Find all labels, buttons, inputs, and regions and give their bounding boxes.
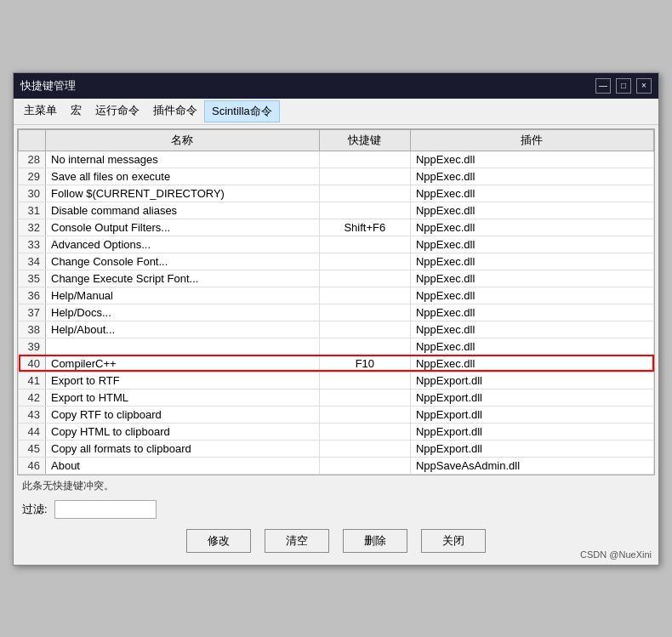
table-row[interactable]: 36Help/ManualNppExec.dll	[19, 287, 654, 304]
row-num: 34	[19, 253, 46, 270]
row-num: 44	[19, 423, 46, 440]
col-header-shortcut: 快捷键	[319, 129, 410, 151]
table-row[interactable]: 43Copy RTF to clipboardNppExport.dll	[19, 406, 654, 423]
row-shortcut: Shift+F6	[319, 219, 410, 236]
row-plugin: NppExec.dll	[410, 304, 653, 321]
row-plugin: NppExec.dll	[410, 151, 653, 168]
row-name: Console Output Filters...	[46, 219, 320, 236]
row-shortcut	[319, 151, 410, 168]
row-name: Copy all formats to clipboard	[46, 440, 320, 457]
close-window-button[interactable]: ×	[636, 78, 652, 94]
row-num: 43	[19, 406, 46, 423]
menu-bar: 主菜单宏运行命令插件命令Scintilla命令	[14, 99, 658, 125]
status-text: 此条无快捷键冲突。	[22, 480, 114, 492]
menu-item-macro-menu[interactable]: 宏	[64, 100, 88, 122]
table-row[interactable]: 45Copy all formats to clipboardNppExport…	[19, 440, 654, 457]
row-name: Copy HTML to clipboard	[46, 423, 320, 440]
col-header-plugin: 插件	[410, 129, 653, 151]
table-row[interactable]: 29Save all files on executeNppExec.dll	[19, 168, 654, 185]
row-shortcut	[319, 440, 410, 457]
row-plugin: NppExec.dll	[410, 185, 653, 202]
table-row[interactable]: 46AboutNppSaveAsAdmin.dll	[19, 457, 654, 474]
row-shortcut	[319, 287, 410, 304]
row-num: 39	[19, 338, 46, 355]
row-plugin: NppExec.dll	[410, 287, 653, 304]
row-name: Follow $(CURRENT_DIRECTORY)	[46, 185, 320, 202]
maximize-button[interactable]: □	[616, 78, 631, 94]
row-shortcut	[319, 321, 410, 338]
row-plugin: NppExec.dll	[410, 168, 653, 185]
table-row[interactable]: 39NppExec.dll	[19, 338, 654, 355]
row-num: 28	[19, 151, 46, 168]
clear-button[interactable]: 清空	[265, 529, 329, 553]
row-name: Help/About...	[46, 321, 320, 338]
row-shortcut	[319, 253, 410, 270]
row-plugin: NppExec.dll	[410, 219, 653, 236]
table-row[interactable]: 28No internal messagesNppExec.dll	[19, 151, 654, 168]
row-plugin: NppExport.dll	[410, 423, 653, 440]
row-plugin: NppExport.dll	[410, 406, 653, 423]
main-window: 快捷键管理 — □ × 主菜单宏运行命令插件命令Scintilla命令 名称 快…	[13, 72, 659, 566]
row-plugin: NppExec.dll	[410, 338, 653, 355]
shortcut-table-container[interactable]: 名称 快捷键 插件 28No internal messagesNppExec.…	[17, 128, 655, 475]
row-name: Help/Manual	[46, 287, 320, 304]
row-shortcut	[319, 185, 410, 202]
row-plugin: NppExec.dll	[410, 202, 653, 219]
table-row[interactable]: 37Help/Docs...NppExec.dll	[19, 304, 654, 321]
table-row[interactable]: 35Change Execute Script Font...NppExec.d…	[19, 270, 654, 287]
menu-item-main-menu[interactable]: 主菜单	[17, 100, 64, 122]
menu-item-run-menu[interactable]: 运行命令	[88, 100, 146, 122]
row-shortcut	[319, 236, 410, 253]
row-shortcut	[319, 168, 410, 185]
row-shortcut	[319, 457, 410, 474]
row-name: About	[46, 457, 320, 474]
filter-row: 过滤:	[17, 497, 655, 522]
row-plugin: NppExec.dll	[410, 321, 653, 338]
row-name: No internal messages	[46, 151, 320, 168]
row-shortcut	[319, 406, 410, 423]
close-button[interactable]: 关闭	[421, 529, 486, 553]
table-row[interactable]: 41Export to RTFNppExport.dll	[19, 372, 654, 389]
window-title: 快捷键管理	[20, 78, 76, 94]
row-name: Export to HTML	[46, 389, 320, 406]
row-name	[46, 338, 320, 355]
row-shortcut	[319, 338, 410, 355]
button-row: 修改清空删除关闭	[17, 522, 655, 561]
row-shortcut	[319, 270, 410, 287]
row-name: CompilerC++	[46, 355, 320, 372]
table-row[interactable]: 34Change Console Font...NppExec.dll	[19, 253, 654, 270]
minimize-button[interactable]: —	[595, 78, 611, 94]
title-bar: 快捷键管理 — □ ×	[14, 73, 658, 99]
row-shortcut	[319, 304, 410, 321]
filter-input[interactable]	[54, 500, 157, 519]
menu-item-scintilla-menu[interactable]: Scintilla命令	[204, 100, 280, 122]
row-plugin: NppExport.dll	[410, 440, 653, 457]
table-row[interactable]: 38Help/About...NppExec.dll	[19, 321, 654, 338]
table-row[interactable]: 42Export to HTMLNppExport.dll	[19, 389, 654, 406]
table-row[interactable]: 32Console Output Filters...Shift+F6NppEx…	[19, 219, 654, 236]
row-shortcut	[319, 202, 410, 219]
content-area: 名称 快捷键 插件 28No internal messagesNppExec.…	[14, 125, 658, 565]
row-num: 46	[19, 457, 46, 474]
table-row[interactable]: 30Follow $(CURRENT_DIRECTORY)NppExec.dll	[19, 185, 654, 202]
row-plugin: NppSaveAsAdmin.dll	[410, 457, 653, 474]
row-num: 42	[19, 389, 46, 406]
table-row[interactable]: 40CompilerC++F10NppExec.dll	[19, 355, 654, 372]
table-row[interactable]: 31Disable command aliasesNppExec.dll	[19, 202, 654, 219]
row-num: 35	[19, 270, 46, 287]
menu-item-plugin-menu[interactable]: 插件命令	[146, 100, 204, 122]
modify-button[interactable]: 修改	[186, 529, 251, 553]
delete-button[interactable]: 删除	[343, 529, 407, 553]
row-name: Change Execute Script Font...	[46, 270, 320, 287]
col-header-name: 名称	[46, 129, 320, 151]
table-row[interactable]: 33Advanced Options...NppExec.dll	[19, 236, 654, 253]
row-name: Help/Docs...	[46, 304, 320, 321]
row-name: Copy RTF to clipboard	[46, 406, 320, 423]
table-row[interactable]: 44Copy HTML to clipboardNppExport.dll	[19, 423, 654, 440]
window-controls: — □ ×	[595, 78, 652, 94]
row-num: 33	[19, 236, 46, 253]
row-num: 36	[19, 287, 46, 304]
row-shortcut: F10	[319, 355, 410, 372]
row-num: 29	[19, 168, 46, 185]
row-name: Disable command aliases	[46, 202, 320, 219]
